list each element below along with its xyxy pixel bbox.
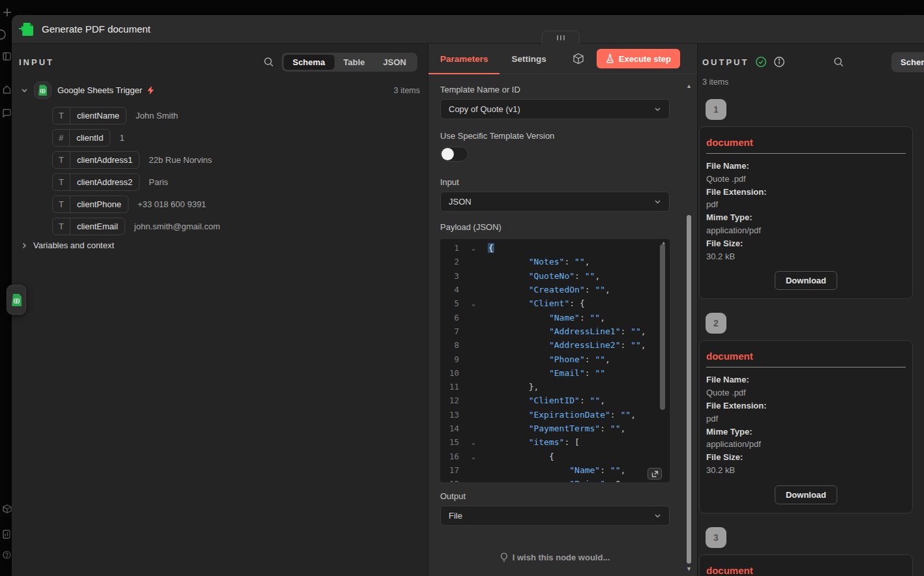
template-select[interactable]: Copy of Quote (v1) <box>440 99 670 119</box>
file-field-label: File Name: <box>706 373 906 386</box>
code-text: { <box>488 452 554 461</box>
tab-settings[interactable]: Settings <box>512 54 546 64</box>
schema-field-row[interactable]: TclientAddress122b Rue Norvins <box>52 151 428 169</box>
file-field-label: File Name: <box>706 160 906 173</box>
variables-context-row[interactable]: Variables and context <box>21 240 428 250</box>
schema-field-row[interactable]: TclientEmailjohn.smith@gmail.com <box>52 218 428 235</box>
download-button[interactable]: Download <box>775 271 837 290</box>
schema-field-row[interactable]: #clientId1 <box>52 129 428 147</box>
trigger-node-row[interactable]: Google Sheets Trigger 3 items <box>21 81 420 99</box>
field-pill[interactable]: #clientId <box>52 129 110 147</box>
info-icon[interactable] <box>773 56 785 68</box>
field-pill[interactable]: TclientName <box>52 107 127 124</box>
payload-label: Payload (JSON) <box>440 222 670 232</box>
tab-table[interactable]: Table <box>335 55 374 70</box>
output-type-select[interactable]: File <box>440 506 670 526</box>
panel-scrollbar[interactable] <box>687 215 691 564</box>
tab-schema[interactable]: Schema <box>284 55 335 70</box>
field-pill[interactable]: TclientAddress1 <box>52 151 140 169</box>
output-view-tab-partial[interactable]: Schema <box>891 52 924 72</box>
tab-parameters[interactable]: Parameters <box>440 54 488 64</box>
output-panel: OUTPUT Schema 3 items 1documentFile Name… <box>698 44 924 576</box>
field-pill[interactable]: TclientPhone <box>52 195 128 213</box>
line-number: 7 <box>440 326 459 336</box>
field-pill[interactable]: TclientAddress2 <box>52 173 140 191</box>
expand-editor-button[interactable] <box>648 468 662 480</box>
line-number: 14 <box>440 424 459 433</box>
field-pill[interactable]: TclientEmail <box>52 218 125 235</box>
field-name: clientAddress1 <box>70 152 139 168</box>
code-text: "AddressLine2": "", <box>488 340 646 350</box>
field-type-icon: # <box>53 130 70 146</box>
output-document-card: document <box>699 554 913 576</box>
line-number: 12 <box>440 396 459 405</box>
chevron-down-icon <box>654 106 661 113</box>
download-button[interactable]: Download <box>775 485 837 504</box>
input-type-select[interactable]: JSON <box>440 192 670 212</box>
line-number: 6 <box>440 313 459 323</box>
field-name: clientAddress2 <box>70 174 139 190</box>
item-index-badge: 2 <box>706 313 726 334</box>
code-line: 3 "QuoteNo": "", <box>440 269 670 283</box>
field-type-icon: T <box>53 196 70 212</box>
field-type-icon: T <box>53 108 70 124</box>
document-heading: document <box>706 351 906 362</box>
file-field-value: pdf <box>706 412 906 425</box>
chat-icon[interactable] <box>3 109 11 117</box>
fold-caret-icon[interactable]: ⌄ <box>459 453 488 460</box>
fold-caret-icon[interactable]: ⌄ <box>459 244 488 252</box>
field-value: 1 <box>119 133 124 143</box>
schema-field-row[interactable]: TclientPhone+33 018 600 9391 <box>52 195 428 213</box>
output-document-card: documentFile Name:Quote .pdfFile Extensi… <box>699 340 913 513</box>
panel-scroll-down-icon[interactable]: ▼ <box>686 566 692 572</box>
code-text: "Price": 0 <box>488 479 621 482</box>
add-node-icon[interactable] <box>3 8 12 17</box>
chevron-down-icon[interactable] <box>21 87 28 94</box>
sidebar-toggle-icon[interactable] <box>3 52 11 61</box>
template-value: Copy of Quote (v1) <box>449 104 520 114</box>
code-line: 9 "Phone": "", <box>440 352 670 366</box>
tab-json[interactable]: JSON <box>374 55 415 70</box>
code-text: "Email": "" <box>488 368 605 378</box>
file-field-label: File Size: <box>706 237 906 250</box>
code-text: "AddressLine1": "", <box>488 326 646 336</box>
code-line: 5⌄ "Client": { <box>440 296 670 310</box>
code-text: "PaymentTerms": "", <box>488 424 625 433</box>
payload-json-editor[interactable]: 1⌄{2 "Notes": "",3 "QuoteNo": "",4 "Crea… <box>440 239 670 482</box>
docs-cube-icon[interactable] <box>573 53 584 65</box>
toggle-knob <box>441 148 454 160</box>
output-card-list: 1documentFile Name:Quote .pdfFile Extens… <box>698 99 924 576</box>
schema-field-row[interactable]: TclientNameJohn Smith <box>52 107 428 124</box>
parameters-header: Parameters Settings Execute step <box>428 44 697 74</box>
code-line: 4 "CreatedOn": "", <box>440 283 670 296</box>
code-line: 11 }, <box>440 380 670 394</box>
panel-scroll-up-icon[interactable]: ▲ <box>686 83 692 89</box>
editor-scrollbar[interactable] <box>660 244 665 410</box>
flask-icon <box>606 54 614 63</box>
output-search-icon[interactable] <box>833 57 844 67</box>
output-document-card: documentFile Name:Quote .pdfFile Extensi… <box>699 126 913 299</box>
logs-icon[interactable] <box>3 530 10 539</box>
execute-step-button[interactable]: Execute step <box>597 49 680 68</box>
line-number: 4 <box>440 285 459 295</box>
home-icon[interactable] <box>3 85 11 94</box>
help-icon[interactable] <box>3 551 11 559</box>
schema-field-row[interactable]: TclientAddress2Paris <box>52 173 428 191</box>
field-value: John Smith <box>136 111 178 121</box>
file-field-value: 30.2 kB <box>706 464 906 477</box>
file-field-label: Mime Type: <box>706 425 906 439</box>
input-search-icon[interactable] <box>263 57 274 67</box>
execute-step-label: Execute step <box>619 54 671 64</box>
file-field-value: pdf <box>706 198 906 211</box>
template-label: Template Name or ID <box>440 85 670 94</box>
trigger-node-label: Google Sheets Trigger <box>57 85 142 95</box>
version-toggle[interactable] <box>440 147 468 162</box>
fold-caret-icon[interactable]: ⌄ <box>459 439 488 446</box>
output-header: OUTPUT Schema <box>698 44 924 72</box>
panel-drag-handle[interactable] <box>542 31 580 44</box>
wish-link[interactable]: I wish this node would... <box>440 553 670 562</box>
google-sheets-node-chip[interactable] <box>7 285 26 315</box>
templates-cube-icon[interactable] <box>3 504 12 513</box>
schema-field-list: TclientNameJohn Smith#clientId1TclientAd… <box>12 107 428 235</box>
fold-caret-icon[interactable]: ⌄ <box>459 300 488 307</box>
